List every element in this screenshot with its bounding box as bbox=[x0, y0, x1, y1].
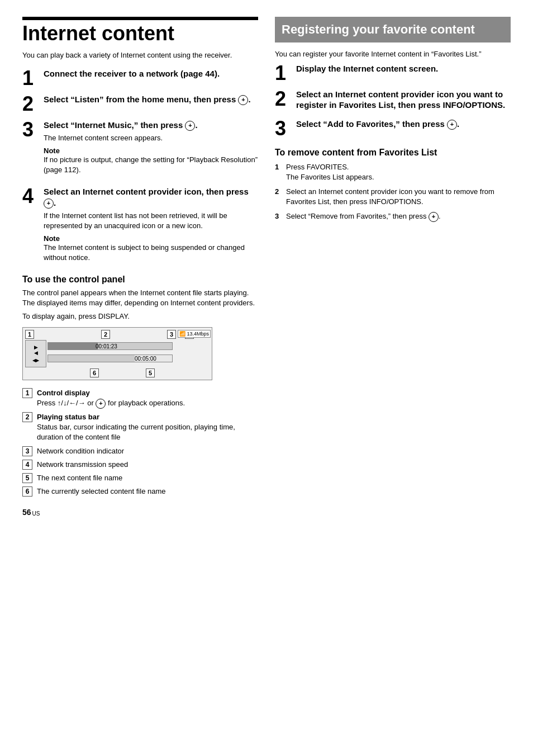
diag-time-bot: 00:05:00 bbox=[135, 356, 156, 362]
control-panel-diagram: 1 2 3 4 📶 13.4Mbps ▶◀ ◀▶ 00:01:23 bbox=[22, 327, 212, 380]
item-text-1: Control displayPress ↑/↓/←/→ or + for pl… bbox=[37, 388, 185, 409]
item-row-2: 2 Playing status barStatus bar, cursor i… bbox=[22, 412, 258, 443]
step-4-title: Select an Internet content provider icon… bbox=[44, 186, 258, 209]
remove-item-3: 3 Select “Remove from Favorites,” then p… bbox=[275, 211, 511, 222]
step-3-body: The Internet content screen appears. bbox=[44, 133, 258, 143]
step-1-title: Connect the receiver to a network (page … bbox=[44, 68, 258, 79]
item-num-6: 6 bbox=[22, 486, 32, 497]
remove-item-2: 2 Select an Internet content provider ic… bbox=[275, 187, 511, 207]
item-list: 1 Control displayPress ↑/↓/←/→ or + for … bbox=[22, 388, 258, 497]
note-label-4: Note bbox=[44, 234, 258, 243]
remove-text-2: Select an Internet content provider icon… bbox=[286, 187, 511, 207]
remove-list: 1 Press FAVORITES.The Favorites List app… bbox=[275, 162, 511, 222]
fav-step-3-content: Select “Add to Favorites,” then press +. bbox=[296, 119, 511, 132]
item-row-3: 3 Network condition indicator bbox=[22, 446, 258, 456]
diag-label-5: 5 bbox=[146, 368, 155, 377]
fav-step-2-content: Select an Internet content provider icon… bbox=[296, 89, 511, 113]
item-row-4: 4 Network transmission speed bbox=[22, 460, 258, 470]
fav-step-1: 1 Display the Internet content screen. bbox=[275, 63, 511, 83]
step-2-number: 2 bbox=[22, 94, 38, 114]
diag-icon-inner: ▶◀ bbox=[34, 344, 38, 356]
diag-label-3: 3 bbox=[167, 330, 176, 339]
title-bar bbox=[22, 17, 258, 20]
step-4-number: 4 bbox=[22, 186, 38, 206]
step-4-content: Select an Internet content provider icon… bbox=[44, 186, 258, 268]
remove-num-3: 3 bbox=[275, 211, 283, 222]
fav-step-3-title: Select “Add to Favorites,” then press +. bbox=[296, 119, 511, 130]
fav-step-1-number: 1 bbox=[275, 63, 291, 83]
step-2-title: Select “Listen” from the home menu, then… bbox=[44, 94, 258, 105]
favorites-header: Registering your favorite content bbox=[275, 17, 511, 42]
enter-icon-2: + bbox=[238, 95, 248, 105]
antenna-icon: 📶 bbox=[179, 331, 185, 337]
item-num-2: 2 bbox=[22, 412, 32, 422]
remove-num-2: 2 bbox=[275, 187, 283, 207]
item-row-6: 6 The currently selected content file na… bbox=[22, 486, 258, 497]
item-row-1: 1 Control displayPress ↑/↓/←/→ or + for … bbox=[22, 388, 258, 409]
note-text-3: If no picture is output, change the sett… bbox=[44, 155, 258, 175]
step-4: 4 Select an Internet content provider ic… bbox=[22, 186, 258, 268]
right-column: Registering your favorite content You ca… bbox=[275, 17, 511, 517]
step-1-number: 1 bbox=[22, 68, 38, 88]
diag-icon-inner2: ◀▶ bbox=[32, 358, 39, 363]
intro-text: You can play back a variety of Internet … bbox=[22, 50, 258, 60]
favorites-header-title: Registering your favorite content bbox=[282, 22, 504, 37]
diag-time-top: 00:01:23 bbox=[96, 343, 117, 349]
note-text-4: The Internet content is subject to being… bbox=[44, 243, 258, 263]
step-3: 3 Select “Internet Music,” then press +.… bbox=[22, 120, 258, 181]
note-label-3: Note bbox=[44, 147, 258, 155]
diag-progress-fill2 bbox=[48, 355, 135, 362]
enter-icon-3: + bbox=[185, 121, 195, 131]
fav-step-1-title: Display the Internet content screen. bbox=[296, 63, 511, 74]
diag-icon-area: ▶◀ ◀▶ bbox=[25, 340, 46, 367]
control-panel-body2: To display again, press DISPLAY. bbox=[22, 311, 258, 322]
enter-icon-4: + bbox=[44, 199, 54, 209]
step-3-content: Select “Internet Music,” then press +. T… bbox=[44, 120, 258, 181]
fav-step-2: 2 Select an Internet content provider ic… bbox=[275, 89, 511, 113]
step-2: 2 Select “Listen” from the home menu, th… bbox=[22, 94, 258, 114]
step-3-title: Select “Internet Music,” then press +. bbox=[44, 120, 258, 131]
step-1: 1 Connect the receiver to a network (pag… bbox=[22, 68, 258, 88]
fav-step-3-number: 3 bbox=[275, 119, 291, 139]
item-text-5: The next content file name bbox=[37, 473, 122, 483]
enter-icon-item1: + bbox=[96, 399, 106, 409]
page-number: 56 bbox=[22, 508, 31, 517]
page-number-sup: US bbox=[32, 511, 40, 517]
step-4-note: Note The Internet content is subject to … bbox=[44, 234, 258, 263]
speed-value: 13.4Mbps bbox=[187, 331, 209, 337]
remove-num-1: 1 bbox=[275, 162, 283, 182]
diag-label-1: 1 bbox=[25, 330, 34, 339]
diag-label-2: 2 bbox=[101, 330, 110, 339]
fav-step-2-title: Select an Internet content provider icon… bbox=[296, 89, 511, 111]
diag-progress-fill bbox=[48, 343, 98, 349]
enter-icon-fav3: + bbox=[447, 120, 457, 130]
fav-step-2-number: 2 bbox=[275, 89, 291, 109]
item-text-2: Playing status barStatus bar, cursor ind… bbox=[37, 412, 258, 443]
step-4-body: If the Internet content list has not bee… bbox=[44, 211, 258, 231]
diag-label-6: 6 bbox=[90, 368, 99, 377]
remove-heading: To remove content from Favorites List bbox=[275, 148, 511, 158]
item-num-5: 5 bbox=[22, 473, 32, 483]
page-title: Internet content bbox=[22, 22, 258, 45]
item-num-1: 1 bbox=[22, 388, 32, 398]
remove-text-1: Press FAVORITES.The Favorites List appea… bbox=[286, 162, 374, 182]
page-footer: 56US bbox=[22, 508, 258, 517]
step-3-note: Note If no picture is output, change the… bbox=[44, 147, 258, 175]
control-panel-heading: To use the control panel bbox=[22, 275, 258, 285]
fav-step-3: 3 Select “Add to Favorites,” then press … bbox=[275, 119, 511, 139]
remove-text-3: Select “Remove from Favorites,” then pre… bbox=[286, 211, 441, 222]
left-column: Internet content You can play back a var… bbox=[22, 17, 258, 517]
item-text-6: The currently selected content file name bbox=[37, 486, 166, 497]
enter-icon-rem3: + bbox=[429, 212, 439, 222]
diag-speed-badge: 📶 13.4Mbps bbox=[178, 330, 211, 338]
item-row-5: 5 The next content file name bbox=[22, 473, 258, 483]
item-text-3: Network condition indicator bbox=[37, 446, 124, 456]
control-panel-body1: The control panel appears when the Inter… bbox=[22, 288, 258, 308]
item-num-4: 4 bbox=[22, 460, 32, 470]
step-2-content: Select “Listen” from the home menu, then… bbox=[44, 94, 258, 107]
step-1-content: Connect the receiver to a network (page … bbox=[44, 68, 258, 82]
item-text-4: Network transmission speed bbox=[37, 460, 128, 470]
step-3-number: 3 bbox=[22, 120, 38, 140]
item-num-3: 3 bbox=[22, 446, 32, 456]
fav-step-1-content: Display the Internet content screen. bbox=[296, 63, 511, 77]
